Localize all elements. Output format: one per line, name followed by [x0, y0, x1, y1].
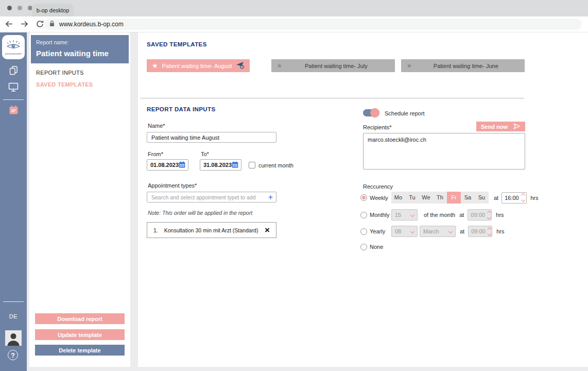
download-report-button[interactable]: Download report — [35, 313, 125, 324]
appointment-search-input[interactable] — [147, 192, 276, 203]
none-radio[interactable] — [360, 244, 367, 250]
window-close-button[interactable] — [7, 6, 12, 10]
weekly-radio[interactable] — [360, 194, 367, 201]
hrs-label: hrs — [530, 195, 538, 201]
day-tu[interactable]: Tu — [405, 192, 419, 204]
day-fr[interactable]: Fr — [447, 192, 461, 204]
report-name-header: Report name: Patient waiting time — [31, 35, 129, 63]
to-date-input[interactable]: 31.08.2023 — [200, 159, 241, 171]
window-controls — [7, 6, 32, 10]
from-date-value: 01.08.2023 — [150, 162, 179, 168]
saved-templates-heading: SAVED TEMPLATES — [147, 41, 207, 47]
user-avatar[interactable] — [5, 330, 22, 346]
reload-icon[interactable] — [36, 20, 44, 28]
chevron-down-icon — [410, 213, 414, 217]
chevron-down-icon — [448, 229, 453, 233]
sidebar: youseecare DE ? — [0, 32, 27, 371]
recurrency-yearly-row: Yearly 08 March at 09:00 hrs — [360, 226, 504, 237]
current-month-checkbox[interactable] — [249, 162, 255, 168]
add-appointment-icon[interactable]: + — [268, 192, 273, 202]
template-chip-july[interactable]: ★ Patient waiting time- July — [271, 59, 395, 72]
tab-title: b-op desktop — [37, 7, 70, 13]
reports-calendar-icon[interactable] — [0, 105, 27, 115]
day-we[interactable]: We — [419, 192, 433, 204]
send-now-button[interactable]: Send now — [476, 122, 525, 131]
yearly-day-select[interactable]: 08 — [391, 226, 418, 237]
back-icon[interactable] — [5, 20, 13, 28]
app-logo[interactable]: youseecare — [2, 35, 25, 59]
order-note: Note: This order will be applied in the … — [148, 210, 252, 216]
browser-tab-bar: b-op desktop — [0, 0, 588, 16]
template-chip-label: Patient waiting time- June — [412, 63, 520, 69]
browser-tab[interactable]: b-op desktop — [32, 4, 74, 16]
address-bar[interactable]: www.kordeus.b-op.com — [44, 19, 582, 30]
report-panel: Report name: Patient waiting time REPORT… — [29, 32, 130, 367]
forward-icon[interactable] — [20, 20, 29, 28]
schedule-report-label: Schedule report — [385, 110, 425, 116]
monthly-day-value: 15 — [395, 212, 401, 218]
monthly-time-input[interactable]: 09:00 — [468, 209, 492, 221]
from-date-input[interactable]: 01.08.2023 — [147, 159, 188, 171]
nav-saved-templates[interactable]: SAVED TEMPLATES — [36, 81, 93, 88]
screen: b-op desktop www.kordeus.b-op.com — [0, 0, 588, 371]
day-th[interactable]: Th — [433, 192, 447, 204]
appointment-search: + — [147, 192, 276, 203]
nav-report-inputs[interactable]: REPORT INPUTS — [36, 70, 84, 76]
template-chip-august[interactable]: ★ Patient waiting time- August — [147, 59, 250, 72]
recurrency-monthly-row: Monthly 15 of the month at 09:00 hrs — [360, 209, 504, 221]
monitor-icon[interactable] — [0, 81, 27, 92]
schedule-send-icon[interactable] — [236, 61, 245, 70]
send-arrow-icon — [513, 123, 521, 130]
window-minimize-button[interactable] — [18, 6, 22, 10]
recurrency-none-row: None — [360, 243, 383, 250]
yearly-time-input[interactable]: 09:00 — [468, 226, 492, 237]
yearly-month-select[interactable]: March — [420, 226, 456, 237]
url-text: www.kordeus.b-op.com — [59, 21, 124, 28]
monthly-radio[interactable] — [360, 212, 367, 218]
yearly-label: Yearly — [370, 228, 390, 234]
day-su[interactable]: Su — [475, 192, 489, 204]
name-input[interactable] — [147, 132, 276, 143]
monthly-time-value: 09:00 — [471, 212, 485, 218]
report-name-value: Patient waiting time — [36, 49, 124, 58]
none-label: None — [370, 244, 383, 250]
at-label: at — [494, 195, 498, 201]
template-chip-june[interactable]: ★ Patient waiting time- June — [401, 59, 525, 72]
template-chip-label: Patient waiting time- August — [158, 63, 236, 69]
yearly-time-value: 09:00 — [471, 228, 486, 234]
time-spinner[interactable] — [522, 194, 525, 201]
day-mo[interactable]: Mo — [391, 192, 405, 204]
copy-pages-icon[interactable] — [0, 65, 27, 76]
remove-item-icon[interactable]: × — [265, 226, 270, 234]
yearly-radio[interactable] — [360, 228, 367, 235]
weekly-time-input[interactable]: 16:00 — [501, 192, 527, 204]
logo-text: youseecare — [5, 52, 22, 55]
hrs-label: hrs — [496, 212, 504, 218]
help-icon[interactable]: ? — [8, 350, 18, 360]
time-spinner[interactable] — [488, 228, 491, 235]
of-the-month-label: of the month — [424, 212, 455, 218]
item-label: Konsultation 30 min mit Arzt (Standard) — [164, 227, 258, 233]
hrs-label: hrs — [496, 228, 504, 234]
calendar-picker-icon[interactable] — [179, 161, 185, 169]
delete-template-button[interactable]: Delete template — [35, 345, 125, 356]
monthly-label: Monthly — [370, 212, 390, 218]
day-sa[interactable]: Sa — [461, 192, 475, 204]
app-area: youseecare DE ? Report name: Patient — [0, 32, 588, 371]
appointment-item-row: 1. Konsultation 30 min mit Arzt (Standar… — [147, 222, 276, 238]
time-spinner[interactable] — [488, 211, 491, 219]
monthly-day-select[interactable]: 15 — [391, 209, 418, 221]
schedule-report-toggle[interactable] — [363, 108, 380, 117]
update-template-button[interactable]: Update template — [35, 329, 125, 340]
star-icon: ★ — [152, 62, 158, 69]
recipients-textarea[interactable]: marco.stoeckli@iroc.ch — [363, 133, 525, 170]
recipients-label: Recipients* — [363, 124, 392, 130]
language-selector[interactable]: DE — [0, 313, 27, 319]
recurrency-weekly-row: Weekly Mo Tu We Th Fr Sa Su at 16:00 hrs — [360, 192, 538, 204]
sidebar-divider — [3, 99, 24, 100]
calendar-picker-icon[interactable] — [232, 161, 238, 169]
report-name-label: Report name: — [36, 39, 124, 45]
eye-logo-icon — [6, 40, 21, 52]
to-label: To* — [201, 151, 209, 157]
at-label: at — [459, 212, 464, 218]
